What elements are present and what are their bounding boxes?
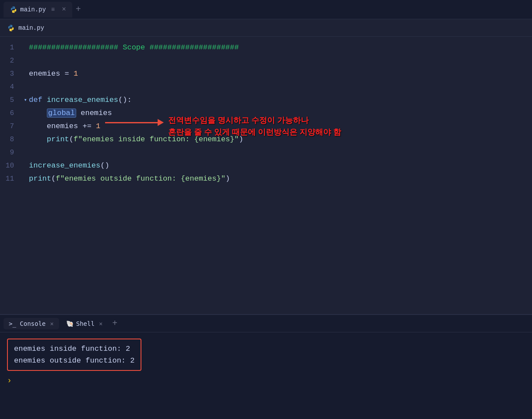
code-text-10: increase_enemies() [29, 160, 532, 172]
tab-menu-icon[interactable]: ≡ [49, 6, 57, 13]
code-text-5: def increase_enemies(): [29, 94, 532, 106]
code-line-7: 7 enemies += 1 [0, 120, 532, 133]
line-number-6: 6 [0, 107, 22, 119]
shell-tab[interactable]: 🐚 Shell × [61, 318, 108, 329]
tab-filename: main.py [20, 6, 46, 13]
code-line-5: 5 ▾ def increase_enemies(): [0, 94, 532, 107]
console-tab-label: >_ Console [9, 320, 46, 327]
line-number-10: 10 [0, 160, 22, 172]
line-number-4: 4 [0, 81, 22, 93]
shell-icon: 🐚 [66, 320, 74, 327]
code-line-2: 2 [0, 54, 532, 67]
editor-area[interactable]: 1 #################### Scope ###########… [0, 37, 532, 314]
code-line-6: 6 global enemies [0, 107, 532, 120]
code-text-6: global enemies [29, 107, 532, 119]
code-text-3: enemies = 1 [29, 68, 532, 80]
tab-bar: main.py ≡ × + [0, 0, 532, 19]
code-text-2 [29, 55, 532, 67]
new-tab-button[interactable]: + [72, 4, 85, 14]
file-header-filename: main.py [18, 24, 44, 31]
console-tab[interactable]: >_ Console × [4, 318, 59, 329]
line-number-3: 3 [0, 68, 22, 80]
line-number-9: 9 [0, 147, 22, 159]
line-number-2: 2 [0, 55, 22, 67]
prompt-line[interactable]: › [7, 374, 525, 387]
new-terminal-tab-button[interactable]: + [109, 318, 120, 328]
console-tab-close[interactable]: × [50, 320, 53, 327]
terminal-content[interactable]: enemies inside function: 2 enemies outsi… [0, 332, 532, 419]
code-text-8: print(f"enemies inside function: {enemie… [29, 133, 532, 146]
code-text-1: #################### Scope #############… [29, 42, 532, 54]
code-line-10: 10 increase_enemies() [0, 159, 532, 172]
code-text-11: print(f"enemies outside function: {enemi… [29, 173, 532, 185]
code-text-4 [29, 81, 532, 93]
main-py-tab[interactable]: main.py ≡ × [4, 2, 72, 17]
code-line-9: 9 [0, 146, 532, 159]
code-line-11: 11 print(f"enemies outside function: {en… [0, 172, 532, 185]
output-line-1: enemies inside function: 2 [14, 343, 134, 355]
code-line-8: 8 print(f"enemies inside function: {enem… [0, 133, 532, 146]
shell-tab-close[interactable]: × [99, 320, 102, 327]
code-line-3: 3 enemies = 1 [0, 67, 532, 80]
line-number-11: 11 [0, 173, 22, 185]
line-number-1: 1 [0, 42, 22, 54]
python-icon [10, 6, 18, 14]
terminal-section: >_ Console × 🐚 Shell × + enemies inside … [0, 314, 532, 419]
code-line-4: 4 [0, 80, 532, 94]
file-python-icon [7, 24, 15, 32]
terminal-tab-bar: >_ Console × 🐚 Shell × + [0, 315, 532, 332]
line-number-5: 5 [0, 94, 22, 106]
line-number-8: 8 [0, 133, 22, 146]
code-text-9 [29, 147, 532, 159]
code-text-7: enemies += 1 [29, 120, 532, 133]
output-line-2: enemies outside function: 2 [14, 355, 134, 367]
shell-tab-label: Shell [76, 320, 95, 327]
line-number-7: 7 [0, 120, 22, 133]
output-box: enemies inside function: 2 enemies outsi… [7, 339, 141, 371]
file-header: main.py [0, 19, 532, 37]
prompt-symbol: › [7, 374, 12, 387]
code-container: 1 #################### Scope ###########… [0, 41, 532, 310]
code-line-1: 1 #################### Scope ###########… [0, 41, 532, 54]
collapse-5[interactable]: ▾ [22, 94, 29, 106]
tab-close-button[interactable]: × [62, 6, 66, 14]
